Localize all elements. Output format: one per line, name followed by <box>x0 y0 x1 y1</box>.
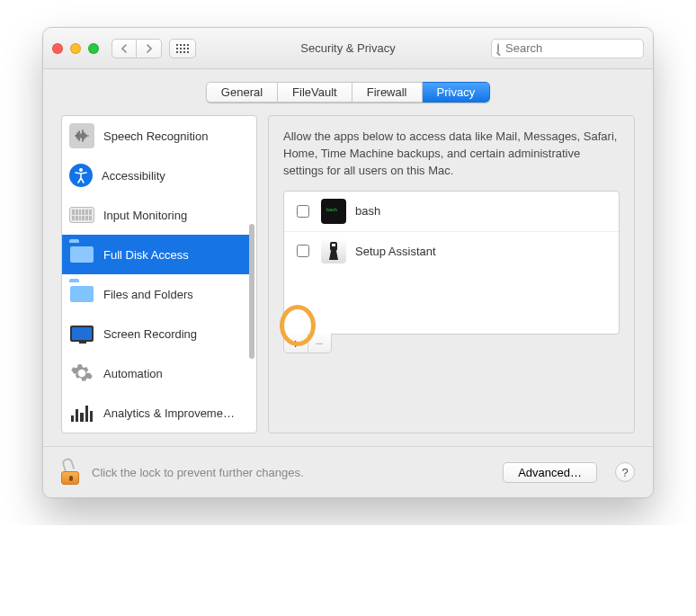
app-enable-checkbox[interactable] <box>297 245 309 257</box>
terminal-icon: bash <box>321 199 346 224</box>
remove-button[interactable]: − <box>308 334 332 353</box>
sidebar-item-full-disk-access[interactable]: Full Disk Access <box>62 235 249 274</box>
app-enable-checkbox[interactable] <box>297 205 309 218</box>
svg-text:bash: bash <box>326 207 337 212</box>
app-name: bash <box>355 204 380 218</box>
setup-assistant-icon <box>321 238 346 263</box>
bar-chart-icon <box>69 400 94 425</box>
chevron-left-icon <box>120 44 129 53</box>
detail-panel: Allow the apps below to access data like… <box>268 115 635 433</box>
help-button[interactable]: ? <box>615 462 635 482</box>
search-input[interactable] <box>504 40 654 56</box>
description-text: Allow the apps below to access data like… <box>283 129 620 180</box>
app-row[interactable]: Setup Assistant <box>284 231 619 271</box>
folder-icon <box>69 242 94 267</box>
sidebar-item-label: Full Disk Access <box>103 248 189 262</box>
sidebar-scrollbar[interactable] <box>249 224 254 359</box>
footer: Click the lock to prevent further change… <box>43 446 653 497</box>
sidebar-item-advertising[interactable]: Advertising <box>62 433 249 433</box>
add-button[interactable]: + <box>284 334 308 353</box>
app-row[interactable]: bash bash <box>284 192 619 231</box>
minimize-window-button[interactable] <box>70 43 81 54</box>
nav-buttons <box>112 39 162 58</box>
search-field[interactable] <box>491 39 644 58</box>
sidebar-item-input-monitoring[interactable]: Input Monitoring <box>62 195 249 235</box>
advanced-button[interactable]: Advanced… <box>503 462 597 483</box>
sidebar-item-label: Accessibility <box>102 169 165 183</box>
tab-privacy[interactable]: Privacy <box>423 82 491 103</box>
sidebar-item-accessibility[interactable]: Accessibility <box>62 156 249 195</box>
window-controls <box>52 43 99 54</box>
content-area: Speech Recognition Accessibility Input M… <box>43 103 653 446</box>
sidebar-item-speech-recognition[interactable]: Speech Recognition <box>62 116 249 156</box>
tab-bar: General FileVault Firewall Privacy <box>43 82 653 103</box>
lock-hint-text: Click the lock to prevent further change… <box>92 466 492 479</box>
sidebar-item-label: Files and Folders <box>103 288 193 301</box>
sidebar-item-analytics[interactable]: Analytics & Improveme… <box>62 393 249 433</box>
sidebar-item-automation[interactable]: Automation <box>62 353 249 393</box>
preferences-window: Security & Privacy General FileVault Fir… <box>42 27 654 498</box>
lock-open-icon <box>61 457 76 472</box>
search-icon <box>497 43 499 53</box>
tab-general[interactable]: General <box>206 82 278 103</box>
show-all-button[interactable] <box>169 39 196 58</box>
lock-button[interactable] <box>61 460 81 485</box>
chevron-right-icon <box>145 44 153 53</box>
back-button[interactable] <box>112 39 137 58</box>
app-list: bash bash Setup Assistant <box>283 191 620 335</box>
folder-icon <box>69 281 94 307</box>
accessibility-icon <box>69 164 93 187</box>
forward-button[interactable] <box>137 39 162 58</box>
sidebar-item-screen-recording[interactable]: Screen Recording <box>62 314 249 353</box>
lock-body-icon <box>61 471 79 485</box>
svg-point-0 <box>79 168 83 172</box>
tab-firewall[interactable]: Firewall <box>352 82 423 103</box>
keyboard-icon <box>69 202 94 228</box>
add-remove-control: + − <box>283 334 332 353</box>
sidebar-item-files-and-folders[interactable]: Files and Folders <box>62 274 249 314</box>
app-name: Setup Assistant <box>355 245 436 258</box>
zoom-window-button[interactable] <box>88 43 99 54</box>
svg-rect-3 <box>332 244 335 246</box>
titlebar: Security & Privacy <box>43 28 653 69</box>
sidebar-item-label: Automation <box>103 367 163 380</box>
sidebar-item-label: Speech Recognition <box>103 129 208 143</box>
sidebar-item-label: Input Monitoring <box>103 209 187 222</box>
display-icon <box>69 321 94 346</box>
sidebar-item-label: Analytics & Improveme… <box>103 406 235 420</box>
sidebar-item-label: Screen Recording <box>103 327 197 341</box>
grid-icon <box>176 44 189 53</box>
waveform-icon <box>69 123 94 148</box>
gear-icon <box>69 361 94 386</box>
tab-filevault[interactable]: FileVault <box>278 82 352 103</box>
close-window-button[interactable] <box>52 43 63 54</box>
category-sidebar: Speech Recognition Accessibility Input M… <box>61 115 257 433</box>
